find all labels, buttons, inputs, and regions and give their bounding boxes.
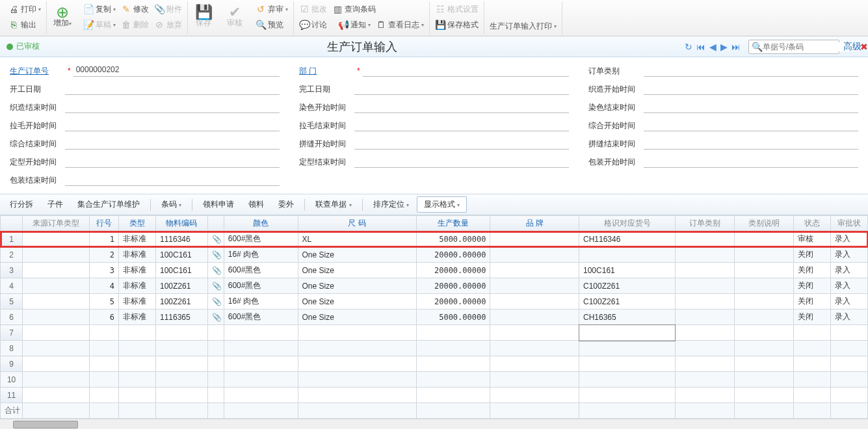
tab-format[interactable]: 显示格式 ▾ bbox=[417, 196, 467, 213]
table-row[interactable]: 44非标准100Z261📎600#黑色One Size20000.00000C1… bbox=[1, 278, 868, 294]
advanced-link[interactable]: 高级 bbox=[843, 41, 861, 53]
cell[interactable] bbox=[416, 388, 490, 403]
cell[interactable]: 录入 bbox=[830, 247, 867, 263]
cell[interactable] bbox=[830, 372, 867, 388]
cell[interactable]: 4 bbox=[1, 278, 23, 294]
column-header[interactable]: 尺 码 bbox=[298, 216, 416, 231]
cell[interactable] bbox=[23, 278, 89, 294]
cell[interactable]: 16# 肉色 bbox=[224, 247, 298, 263]
column-header[interactable]: 品 牌 bbox=[490, 216, 579, 231]
cell[interactable]: 20000.00000 bbox=[416, 294, 490, 310]
cell[interactable]: One Size bbox=[298, 278, 416, 294]
cell[interactable] bbox=[579, 341, 676, 356]
cell[interactable] bbox=[89, 341, 119, 356]
cell[interactable] bbox=[735, 294, 794, 310]
table-row[interactable]: 33非标准100C161📎600#黑色One Size20000.0000010… bbox=[1, 263, 868, 278]
cell[interactable]: CH16365 bbox=[579, 310, 676, 325]
cell[interactable]: 20000.00000 bbox=[416, 263, 490, 278]
modify-button[interactable]: ✎修改 bbox=[121, 4, 149, 15]
cell[interactable] bbox=[490, 310, 579, 325]
form-value[interactable] bbox=[644, 65, 858, 77]
cell[interactable] bbox=[119, 341, 156, 356]
tab-child[interactable]: 子件 bbox=[41, 197, 70, 212]
cell[interactable] bbox=[207, 325, 224, 341]
prev-icon[interactable]: ◀ bbox=[709, 42, 717, 52]
cell[interactable]: 2 bbox=[1, 247, 23, 263]
cell[interactable] bbox=[735, 388, 794, 403]
cell[interactable]: One Size bbox=[298, 310, 416, 325]
tab-sort[interactable]: 排序定位 ▾ bbox=[367, 197, 415, 212]
cell[interactable] bbox=[490, 247, 579, 263]
form-value[interactable] bbox=[65, 120, 280, 131]
cell[interactable] bbox=[89, 388, 119, 403]
cell[interactable]: 100Z261 bbox=[156, 294, 208, 310]
prod-print-button[interactable]: 生产订单输入打印▾ bbox=[490, 21, 557, 32]
cell[interactable]: 1 bbox=[89, 231, 119, 247]
cell[interactable] bbox=[490, 341, 579, 356]
cell[interactable] bbox=[830, 356, 867, 372]
column-header[interactable]: 颜色 bbox=[224, 216, 298, 231]
form-value[interactable] bbox=[354, 138, 569, 150]
cell[interactable]: 10 bbox=[1, 372, 23, 388]
attach-button[interactable]: 📎附件 bbox=[154, 4, 182, 15]
cell[interactable] bbox=[675, 341, 734, 356]
cell[interactable] bbox=[207, 388, 224, 403]
table-row[interactable]: 11非标准1116346📎600#黑色XL5000.00000CH116346审… bbox=[1, 231, 868, 247]
tab-split[interactable]: 行分拆 bbox=[3, 197, 40, 212]
cell[interactable] bbox=[156, 341, 208, 356]
cell[interactable] bbox=[224, 341, 298, 356]
cell[interactable] bbox=[735, 310, 794, 325]
form-value[interactable] bbox=[644, 120, 858, 131]
cell[interactable]: XL bbox=[298, 231, 416, 247]
form-value[interactable] bbox=[363, 65, 569, 77]
cell[interactable]: 100C161 bbox=[579, 263, 676, 278]
cell[interactable]: 100C161 bbox=[156, 247, 208, 263]
table-row[interactable]: 11 bbox=[1, 388, 868, 403]
cell[interactable]: 600#黑色 bbox=[224, 310, 298, 325]
cell[interactable] bbox=[675, 372, 734, 388]
cell[interactable] bbox=[119, 388, 156, 403]
add-button[interactable]: ⊕ 增加▾ bbox=[47, 1, 78, 34]
tab-material-apply[interactable]: 领料申请 bbox=[196, 197, 241, 212]
log-button[interactable]: 🗒查看日志▾ bbox=[376, 20, 424, 31]
cell[interactable] bbox=[794, 341, 831, 356]
cell[interactable]: 1116346 bbox=[156, 231, 208, 247]
column-header[interactable] bbox=[207, 216, 224, 231]
cell[interactable] bbox=[735, 356, 794, 372]
cell[interactable]: C100Z261 bbox=[579, 278, 676, 294]
form-value[interactable] bbox=[644, 101, 858, 113]
form-value[interactable] bbox=[65, 138, 280, 150]
column-header[interactable]: 物料编码 bbox=[156, 216, 208, 231]
cell[interactable]: 非标准 bbox=[119, 278, 156, 294]
cell[interactable] bbox=[119, 325, 156, 341]
cell[interactable]: 📎 bbox=[207, 294, 224, 310]
cell[interactable] bbox=[23, 341, 89, 356]
cell[interactable] bbox=[416, 325, 490, 341]
cell[interactable] bbox=[579, 325, 676, 341]
cell[interactable] bbox=[735, 325, 794, 341]
column-header[interactable]: 行号 bbox=[89, 216, 119, 231]
output-button[interactable]: ⎘输出 bbox=[8, 20, 36, 31]
form-value[interactable] bbox=[354, 83, 569, 95]
cell[interactable]: 600#黑色 bbox=[224, 231, 298, 247]
tab-barcode[interactable]: 条码 ▾ bbox=[155, 197, 188, 212]
cell[interactable] bbox=[794, 325, 831, 341]
abandon-audit-button[interactable]: ↺弃审▾ bbox=[256, 4, 288, 15]
cell[interactable] bbox=[23, 231, 89, 247]
cell[interactable] bbox=[298, 341, 416, 356]
last-icon[interactable]: ⏭ bbox=[731, 42, 741, 52]
cell[interactable]: 录入 bbox=[830, 310, 867, 325]
preview-button[interactable]: 🔍预览 bbox=[256, 20, 283, 31]
form-value[interactable] bbox=[354, 156, 569, 168]
table-row[interactable]: 22非标准100C161📎16# 肉色One Size20000.00000关闭… bbox=[1, 247, 868, 263]
discuss-button[interactable]: 💬讨论 bbox=[299, 20, 327, 31]
notify-button[interactable]: 📢通知▾ bbox=[338, 20, 371, 31]
cell[interactable]: 录入 bbox=[830, 294, 867, 310]
tab-aggregate[interactable]: 集合生产订单维护 bbox=[71, 197, 146, 212]
cell[interactable] bbox=[794, 388, 831, 403]
cell[interactable]: 8 bbox=[1, 341, 23, 356]
cell[interactable] bbox=[23, 372, 89, 388]
cell[interactable] bbox=[675, 231, 734, 247]
cell[interactable] bbox=[298, 372, 416, 388]
print-button[interactable]: 🖨打印▾ bbox=[8, 4, 41, 15]
